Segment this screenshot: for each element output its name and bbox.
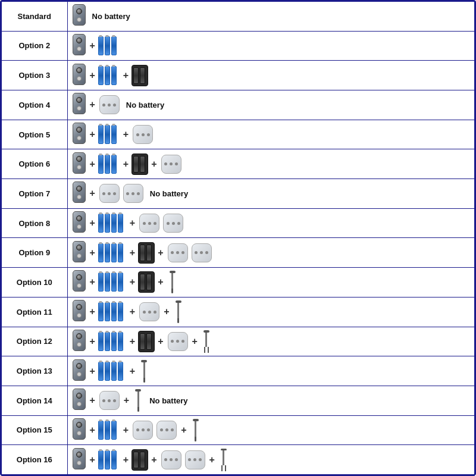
stick-icon bbox=[132, 389, 144, 412]
plus-symbol: + bbox=[151, 159, 156, 170]
plus-symbol: + bbox=[181, 425, 186, 436]
plus-symbol: + bbox=[90, 188, 95, 199]
option-label: Option 11 bbox=[2, 297, 67, 327]
doorbell-icon bbox=[71, 123, 87, 146]
stick-icon bbox=[190, 419, 202, 441]
plus-symbol: + bbox=[90, 99, 95, 110]
plus-symbol: + bbox=[130, 277, 135, 287]
stick-fork-icon bbox=[201, 330, 212, 353]
option-content: + No battery bbox=[67, 90, 474, 120]
table-row: Option 3 ++ bbox=[2, 61, 474, 90]
plus-symbol: + bbox=[123, 159, 129, 170]
plus-symbol: + bbox=[130, 248, 135, 258]
charger-dark-icon bbox=[131, 154, 148, 175]
option-content: ++ bbox=[67, 120, 474, 149]
table-row: Option 14 + + No battery bbox=[2, 386, 474, 415]
option-label: Standard bbox=[2, 2, 67, 31]
chime-icon bbox=[131, 419, 154, 441]
table-row: Option 5 ++ bbox=[2, 120, 474, 149]
doorbell-icon bbox=[71, 93, 87, 117]
plus-symbol: + bbox=[90, 277, 95, 287]
doorbell-icon bbox=[71, 300, 87, 324]
plus-symbol: + bbox=[164, 306, 169, 317]
charger-dark-icon bbox=[138, 242, 155, 264]
batteries-blue-icon bbox=[98, 124, 120, 145]
option-label: Option 7 bbox=[2, 179, 67, 209]
option-content: + bbox=[67, 31, 474, 61]
table-row: Option 8 ++ bbox=[2, 208, 474, 238]
table-row: Option 6 ++ + bbox=[2, 149, 474, 179]
table-row: Option 9 ++ + bbox=[2, 238, 474, 268]
table-row: Standard No battery bbox=[2, 2, 474, 31]
option-label: Option 8 bbox=[2, 208, 67, 238]
table-row: Option 2 + bbox=[2, 31, 474, 61]
plus-symbol: + bbox=[123, 129, 129, 140]
option-label: Option 5 bbox=[2, 120, 67, 149]
option-content: ++ + bbox=[67, 238, 474, 268]
chime-icon bbox=[138, 212, 161, 234]
stick-icon bbox=[167, 271, 178, 293]
table-row: Option 10 ++ + bbox=[2, 268, 474, 298]
charger-dark-icon bbox=[131, 449, 148, 471]
option-label: Option 10 bbox=[2, 268, 67, 298]
option-label: Option 2 bbox=[2, 31, 67, 61]
chime-double-icon bbox=[131, 419, 178, 441]
option-label: Option 13 bbox=[2, 356, 67, 386]
doorbell-icon bbox=[71, 330, 87, 353]
chime-icon bbox=[167, 242, 189, 264]
no-battery-text: No battery bbox=[150, 189, 188, 198]
plus-symbol: + bbox=[90, 248, 95, 258]
doorbell-icon bbox=[71, 34, 87, 58]
option-content: ++ bbox=[67, 356, 474, 386]
chime-icon bbox=[160, 154, 183, 175]
plus-symbol: + bbox=[90, 395, 95, 406]
plus-symbol: + bbox=[90, 366, 95, 377]
option-content: ++ bbox=[67, 61, 474, 90]
option-content: ++ + + bbox=[67, 327, 474, 356]
chime-icon bbox=[155, 419, 178, 441]
plus-symbol: + bbox=[130, 218, 135, 228]
option-content: ++ bbox=[67, 208, 474, 238]
chime-icon bbox=[131, 124, 154, 145]
plus-symbol: + bbox=[90, 306, 95, 317]
no-battery-text: No battery bbox=[149, 396, 187, 405]
option-content: + No battery bbox=[67, 179, 474, 209]
no-battery-text: No battery bbox=[126, 101, 164, 109]
chime-icon bbox=[98, 94, 121, 115]
plus-symbol: + bbox=[90, 425, 95, 436]
batteries-blue-icon bbox=[98, 154, 120, 175]
chime-icon bbox=[184, 449, 206, 471]
plus-symbol: + bbox=[158, 277, 163, 287]
plus-symbol: + bbox=[90, 70, 95, 81]
option-label: Option 4 bbox=[2, 90, 67, 120]
plus-symbol: + bbox=[90, 218, 95, 228]
plus-symbol: + bbox=[123, 455, 129, 465]
batteries-blue-icon bbox=[98, 449, 120, 471]
doorbell-icon bbox=[71, 211, 87, 235]
option-label: Option 3 bbox=[2, 61, 67, 90]
chime-icon bbox=[162, 212, 184, 234]
table-row: Option 11 ++ + bbox=[2, 297, 474, 327]
plus-symbol: + bbox=[158, 336, 163, 347]
option-content: ++ + bbox=[67, 415, 474, 445]
doorbell-icon bbox=[71, 270, 87, 294]
charger-dark-icon bbox=[138, 331, 155, 352]
batteries-blue-icon bbox=[98, 419, 120, 441]
chime-icon bbox=[122, 183, 145, 204]
plus-symbol: + bbox=[90, 159, 95, 170]
doorbell-icon bbox=[71, 64, 87, 87]
chime-icon bbox=[98, 183, 121, 204]
chime-icon bbox=[167, 331, 189, 352]
plus-symbol: + bbox=[90, 336, 95, 347]
option-content: ++ + + bbox=[67, 445, 474, 474]
stick-fork-icon bbox=[218, 449, 230, 471]
batteries-blue-icon bbox=[98, 65, 120, 86]
plus-symbol: + bbox=[123, 425, 129, 436]
option-content: + + No battery bbox=[67, 386, 474, 415]
table-row: Option 12 ++ + + bbox=[2, 327, 474, 356]
table-row: Option 15 ++ + bbox=[2, 415, 474, 445]
batteries-blue-icon bbox=[98, 242, 127, 264]
option-content: ++ + bbox=[67, 268, 474, 298]
option-label: Option 16 bbox=[2, 445, 67, 474]
chime-icon bbox=[190, 242, 213, 264]
